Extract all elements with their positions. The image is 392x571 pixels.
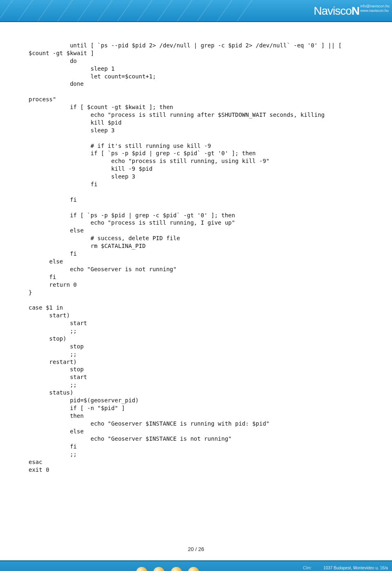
coin-icon (188, 567, 199, 571)
code-block: until [ `ps --pid $pid 2> /dev/null | gr… (0, 28, 392, 540)
coin-icon (171, 567, 182, 571)
addr-label: Cím: (303, 565, 323, 571)
footer-banner: Cím:1037 Budapest, Montevideo u. 16/a Te… (0, 560, 392, 571)
header-contact: info@naviscon.hu www.naviscon.hu (360, 4, 390, 13)
brand-text-main: Navisco (314, 4, 352, 17)
brand-text-accent: N (352, 4, 359, 17)
addr-value: 1037 Budapest, Montevideo u. 16/a (323, 566, 388, 570)
brand-logo: NaviscoN (314, 3, 359, 19)
header-banner: NaviscoN info@naviscon.hu www.naviscon.h… (0, 0, 392, 22)
footer-address-block: Cím:1037 Budapest, Montevideo u. 16/a Te… (303, 565, 388, 571)
contact-email: info@naviscon.hu (360, 4, 390, 9)
page-number: 20 / 26 (0, 546, 392, 553)
header-decor-lines (0, 0, 253, 21)
contact-web: www.naviscon.hu (360, 9, 390, 13)
footer-coins-decor (135, 567, 200, 571)
coin-icon (153, 567, 165, 571)
coin-icon (136, 567, 147, 571)
